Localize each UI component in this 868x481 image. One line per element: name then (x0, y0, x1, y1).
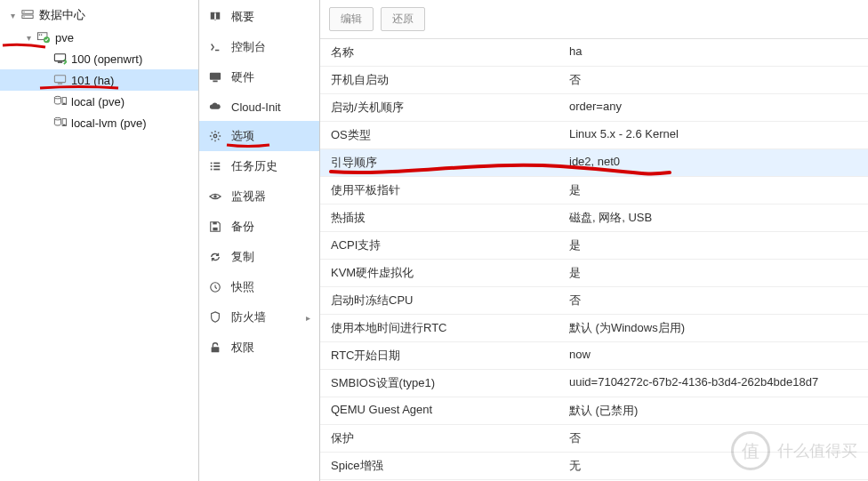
table-row[interactable]: 热插拔磁盘, 网络, USB (320, 204, 868, 232)
svg-rect-29 (213, 222, 216, 225)
nav-permissions[interactable]: 权限 (199, 333, 319, 363)
svg-rect-5 (39, 35, 40, 36)
tree-label: local-lvm (pve) (71, 116, 147, 130)
tree-item-vm-100[interactable]: 100 (openwrt) (0, 48, 198, 69)
svg-point-20 (213, 134, 217, 138)
option-value: order=any (569, 100, 857, 116)
table-row[interactable]: SMBIOS设置(type1)uuid=7104272c-67b2-4136-b… (320, 370, 868, 397)
option-value: 否 (569, 293, 857, 309)
option-key: Spice增强 (331, 458, 569, 474)
nav-history[interactable]: 任务历史 (199, 151, 319, 181)
nav-label: 复制 (231, 249, 310, 265)
nav-summary[interactable]: 概要 (199, 2, 319, 32)
table-row[interactable]: 保护否 (320, 425, 868, 453)
table-row[interactable]: 使用平板指针是 (320, 177, 868, 204)
tree-label: local (pve) (71, 95, 125, 108)
option-value: 是 (569, 237, 857, 253)
nav-label: Cloud-Init (231, 100, 310, 114)
option-key: ACPI支持 (331, 237, 569, 253)
tree-item-node-pve[interactable]: ▾ pve (0, 27, 198, 48)
table-row[interactable]: 使用本地时间进行RTC默认 (为Windows启用) (320, 315, 868, 342)
option-value: 默认 (为Windows启用) (569, 320, 857, 336)
nav-options[interactable]: 选项 (199, 121, 319, 151)
nav-label: 控制台 (231, 39, 310, 55)
vm-icon (52, 73, 68, 87)
svg-rect-23 (211, 165, 213, 167)
desktop-icon (208, 70, 222, 84)
svg-point-12 (54, 96, 60, 99)
table-row[interactable]: OS类型Linux 5.x - 2.6 Kernel (320, 122, 868, 149)
svg-rect-17 (63, 124, 66, 125)
gear-icon (208, 129, 222, 143)
table-row[interactable]: 引导顺序ide2, net0 (320, 149, 868, 177)
table-row[interactable]: Spice增强无 (320, 453, 868, 480)
nav-label: 快照 (231, 279, 310, 295)
nav-hardware[interactable]: 硬件 (199, 62, 319, 92)
option-value: ide2, net0 (569, 155, 857, 171)
svg-rect-28 (213, 228, 217, 231)
nav-replicate[interactable]: 复制 (199, 242, 319, 272)
revert-button[interactable]: 还原 (381, 7, 425, 31)
svg-rect-24 (213, 165, 220, 167)
refresh-icon (208, 250, 222, 264)
terminal-icon (208, 40, 222, 54)
option-key: OS类型 (331, 127, 569, 143)
history-icon (208, 280, 222, 294)
option-key: 引导顺序 (331, 155, 569, 171)
option-key: 热插拔 (331, 210, 569, 226)
option-value: ha (569, 44, 857, 60)
nav-backup[interactable]: 备份 (199, 212, 319, 242)
option-key: QEMU Guest Agent (331, 403, 569, 419)
option-key: 开机自启动 (331, 72, 569, 88)
option-key: 启动/关机顺序 (331, 100, 569, 116)
tree-item-storage-local-lvm[interactable]: local-lvm (pve) (0, 112, 198, 133)
tree-expand-icon[interactable]: ▾ (7, 10, 18, 20)
svg-rect-6 (41, 35, 42, 36)
option-value: 无 (569, 458, 857, 474)
tree-item-storage-local[interactable]: local (pve) (0, 91, 198, 112)
nav-firewall[interactable]: 防火墙 ▸ (199, 302, 319, 333)
option-key: 保护 (331, 430, 569, 446)
table-row[interactable]: RTC开始日期now (320, 342, 868, 370)
nav-cloudinit[interactable]: Cloud-Init (199, 92, 319, 121)
table-row[interactable]: KVM硬件虚拟化是 (320, 260, 868, 287)
toolbar: 编辑 还原 (320, 0, 868, 39)
unlock-icon (208, 341, 222, 355)
svg-rect-18 (210, 73, 221, 80)
svg-rect-10 (54, 76, 65, 83)
nav-console[interactable]: 控制台 (199, 32, 319, 62)
options-content-panel: 编辑 还原 名称ha开机自启动否启动/关机顺序order=anyOS类型Linu… (320, 0, 868, 481)
chevron-right-icon: ▸ (306, 313, 310, 323)
svg-rect-26 (213, 169, 220, 171)
option-value: uuid=7104272c-67b2-4136-b3d4-262b4bde18d… (569, 375, 857, 391)
tree-item-vm-101[interactable]: 101 (ha) (0, 69, 198, 91)
svg-rect-31 (212, 347, 220, 352)
nav-monitor[interactable]: 监视器 (199, 181, 319, 212)
table-row[interactable]: QEMU Guest Agent默认 (已禁用) (320, 397, 868, 425)
node-icon (36, 30, 52, 44)
table-row[interactable]: 启动时冻结CPU否 (320, 287, 868, 315)
nav-snapshot[interactable]: 快照 (199, 272, 319, 302)
option-value: 默认 (已禁用) (569, 403, 857, 419)
option-value: 否 (569, 430, 857, 446)
tree-item-datacenter[interactable]: ▾ 数据中心 (0, 4, 198, 27)
svg-point-2 (23, 12, 24, 12)
table-row[interactable]: 名称ha (320, 39, 868, 67)
datacenter-icon (20, 8, 36, 22)
nav-label: 硬件 (231, 69, 310, 85)
nav-label: 备份 (231, 219, 310, 235)
option-value: 否 (569, 72, 857, 88)
shield-icon (208, 310, 222, 325)
option-key: KVM硬件虚拟化 (331, 265, 569, 281)
tree-expand-icon[interactable]: ▾ (23, 32, 34, 43)
book-icon (208, 10, 222, 24)
nav-label: 任务历史 (231, 158, 310, 174)
eye-icon (208, 189, 222, 204)
table-row[interactable]: ACPI支持是 (320, 232, 868, 260)
svg-point-15 (54, 117, 60, 120)
nav-label: 选项 (231, 128, 310, 144)
table-row[interactable]: 开机自启动否 (320, 67, 868, 94)
option-key: 使用本地时间进行RTC (331, 320, 569, 336)
table-row[interactable]: 启动/关机顺序order=any (320, 94, 868, 122)
edit-button[interactable]: 编辑 (329, 7, 374, 31)
